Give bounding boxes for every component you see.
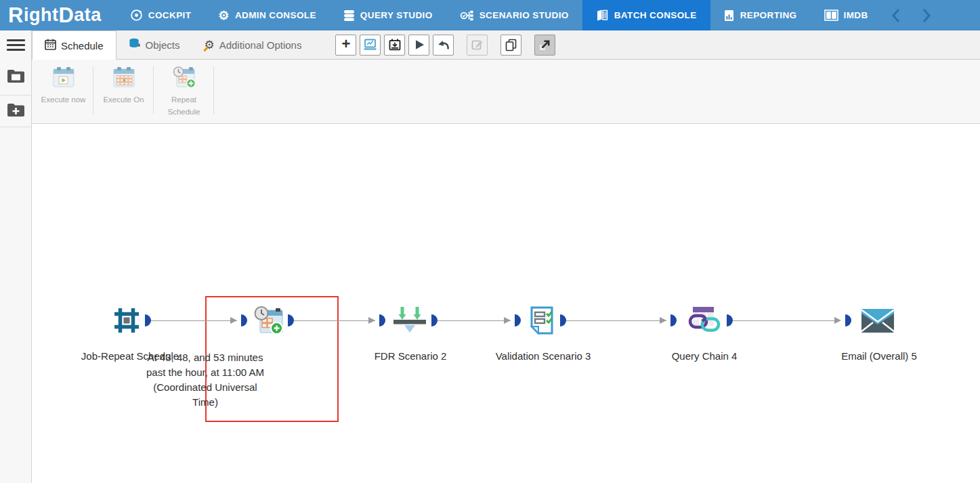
tab-schedule[interactable]: Schedule [32, 30, 116, 60]
node-label: FDR Scenario 2 [375, 350, 447, 362]
play-icon [412, 38, 426, 51]
arrowhead-icon [230, 317, 237, 324]
nav-scroll-right-icon[interactable] [912, 0, 941, 30]
logo-text: ight [24, 5, 58, 26]
nav-item-cockpit[interactable]: COCKPIT [116, 0, 205, 30]
edit-button[interactable] [467, 35, 488, 56]
gear-wrench-icon: ⚙ [204, 39, 214, 51]
tab-objects[interactable]: Objects [116, 30, 192, 59]
logo-text: R [8, 3, 24, 28]
external-arrow-icon [538, 38, 552, 51]
calendar-grid-icon [112, 66, 136, 91]
add-folder-button[interactable] [0, 96, 31, 127]
connector-line [566, 320, 666, 321]
schedule-ribbon: Execute now Execute On Repeat Schedule [32, 60, 980, 124]
node-label: Query Chain 4 [672, 350, 738, 362]
nav-label: SCENARIO STUDIO [480, 10, 569, 20]
email-icon [861, 309, 894, 333]
nav-item-reporting[interactable]: REPORTING [710, 0, 811, 30]
node-label: Validation Scenario 3 [496, 350, 591, 362]
tab-label: Additional Options [219, 39, 302, 51]
monitor-chart-icon [363, 38, 377, 51]
edit-pencil-icon [471, 38, 484, 51]
connector-line [438, 320, 511, 321]
fdr-scenario-icon [391, 306, 428, 335]
tab-label: Objects [146, 39, 180, 51]
nav-label: COCKPIT [148, 10, 192, 20]
monitor-run-button[interactable] [360, 35, 381, 56]
node-email[interactable] [861, 309, 894, 335]
nav-item-scenario-studio[interactable]: SCENARIO STUDIO [446, 0, 582, 30]
calendar-icon [45, 39, 56, 52]
query-chain-icon [683, 306, 723, 335]
schedule-calendar-button[interactable] [384, 35, 405, 56]
ribbon-label: Execute On [100, 94, 148, 106]
repeat-schedule-button[interactable]: Repeat Schedule [154, 60, 214, 123]
validation-icon [527, 306, 557, 335]
copy-icon [504, 38, 518, 52]
connector-line [733, 320, 840, 321]
left-sidebar [0, 30, 32, 483]
menu-icon[interactable] [7, 37, 25, 53]
node-job-repeat-schedule[interactable] [112, 306, 142, 338]
job-frame-icon [112, 306, 142, 335]
book-icon [596, 9, 609, 22]
workflow-canvas[interactable]: Job-Repeat Schedule At 43, 48, and 53 mi… [32, 124, 980, 483]
report-chart-icon [724, 9, 735, 22]
plus-icon: + [341, 37, 350, 51]
ribbon-label: Repeat Schedule [160, 94, 209, 119]
execute-on-button[interactable]: Execute On [93, 60, 154, 123]
add-button[interactable]: + [335, 35, 356, 56]
database-icon [343, 9, 355, 22]
nav-label: REPORTING [740, 10, 797, 20]
output-port[interactable] [727, 314, 733, 327]
nav-item-imdb[interactable]: IMDB [811, 0, 882, 30]
nav-scroll-left-icon[interactable] [882, 0, 910, 30]
brand-logo[interactable]: RightData [0, 0, 116, 30]
copy-button[interactable] [500, 35, 521, 56]
node-query-chain[interactable] [683, 306, 723, 338]
nav-item-query-studio[interactable]: QUERY STUDIO [330, 0, 446, 30]
output-port[interactable] [145, 314, 151, 327]
calendar-play-icon [51, 66, 76, 91]
arrowhead-icon [834, 317, 841, 324]
open-external-button[interactable] [534, 35, 555, 56]
jobs-folder-button[interactable] [0, 60, 31, 96]
node-repeat-schedule[interactable] [253, 306, 284, 338]
jobs-folder-icon [7, 68, 25, 86]
connector-line [151, 320, 237, 321]
arrowhead-icon [368, 317, 375, 324]
undo-button[interactable] [433, 35, 454, 56]
nav-item-batch-console[interactable]: BATCH CONSOLE [582, 0, 710, 30]
ribbon-label: Execute now [39, 94, 88, 106]
repeat-schedule-icon [253, 306, 284, 335]
input-port[interactable] [515, 314, 521, 327]
node-validation-scenario[interactable] [527, 306, 557, 338]
node-label: At 43, 48, and 53 minutes past the hour,… [142, 350, 269, 410]
input-port[interactable] [379, 314, 385, 327]
tab-additional-options[interactable]: ⚙ Additional Options [192, 30, 314, 59]
input-port[interactable] [670, 314, 677, 327]
execute-now-button[interactable]: Execute now [33, 60, 93, 123]
nav-label: BATCH CONSOLE [614, 10, 697, 20]
arrowhead-icon [660, 317, 666, 324]
top-navbar: RightData COCKPIT ⚙ ADMIN CONSOLE QUERY … [0, 0, 980, 30]
arrowhead-icon [504, 317, 511, 324]
gear-icon: ⚙ [218, 9, 230, 22]
input-port[interactable] [845, 314, 851, 327]
add-folder-icon [7, 102, 25, 120]
logo-text: D [58, 3, 74, 28]
nav-item-admin-console[interactable]: ⚙ ADMIN CONSOLE [205, 0, 330, 30]
nav-label: IMDB [844, 10, 868, 20]
node-fdr-scenario[interactable] [391, 306, 428, 338]
canvas-toolbar: + [335, 30, 555, 59]
undo-arrow-icon [436, 38, 450, 51]
output-port[interactable] [560, 314, 566, 327]
logo-text: ata [74, 5, 102, 26]
run-button[interactable] [408, 35, 429, 56]
columns-icon [824, 9, 838, 21]
tab-bar: Schedule Objects ⚙ Additional Options + [32, 30, 980, 60]
output-port[interactable] [431, 314, 438, 327]
calendar-repeat-icon [172, 66, 196, 91]
tab-label: Schedule [61, 40, 104, 51]
